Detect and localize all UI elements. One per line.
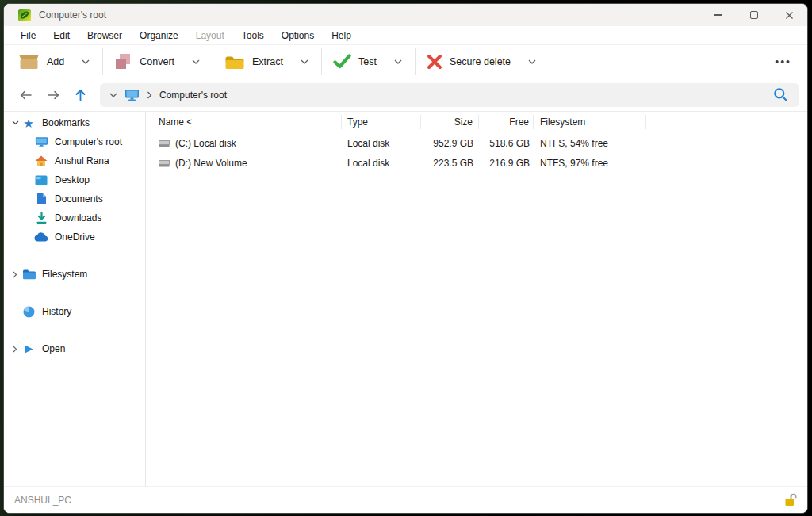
secure-delete-dropdown-button[interactable]	[519, 55, 546, 69]
drive-free: 216.9 GB	[489, 158, 530, 169]
convert-button-label: Convert	[140, 56, 174, 67]
peazip-leaf-icon	[18, 9, 31, 21]
convert-button[interactable]: Convert	[106, 48, 182, 75]
sidebar-item-anshul-rana[interactable]: Anshul Rana	[4, 151, 145, 170]
chevron-down-icon	[528, 59, 536, 64]
chevron-collapsed-icon[interactable]	[9, 271, 21, 278]
table-row-d-drive[interactable]: (D:) New Volume Local disk 223.5 GB 216.…	[146, 154, 807, 172]
more-tools-button[interactable]: •••	[775, 55, 791, 68]
close-button[interactable]	[772, 4, 807, 26]
sidebar-item-history[interactable]: History	[4, 302, 145, 321]
drive-name: (C:) Local disk	[175, 138, 236, 149]
toolbar-separator	[213, 48, 213, 75]
sidebar-item-computers-root[interactable]: Computer's root	[4, 132, 145, 151]
chevron-down-icon	[82, 59, 90, 64]
archive-box-icon	[18, 53, 40, 70]
menu-item-organize[interactable]: Organize	[131, 28, 187, 44]
toolbar: Add Convert	[4, 45, 807, 78]
close-icon	[785, 11, 794, 20]
sidebar-item-label: History	[42, 306, 71, 317]
extract-button[interactable]: Extract	[216, 50, 291, 74]
convert-dropdown-button[interactable]	[182, 55, 209, 69]
computer-name: ANSHUL_PC	[14, 495, 71, 506]
cloud-icon	[34, 232, 48, 242]
sidebar-item-label: Documents	[55, 193, 103, 204]
history-pie-icon	[21, 306, 36, 318]
sidebar-item-label: Desktop	[55, 174, 90, 185]
toolbar-separator	[415, 48, 416, 75]
sidebar-item-onedrive[interactable]: OneDrive	[4, 227, 145, 247]
test-button[interactable]: Test	[325, 50, 385, 73]
column-header-label: Filesystem	[540, 117, 585, 128]
maximize-button[interactable]	[736, 4, 772, 26]
app-window: Computer's root File Edit Browser Organi…	[3, 3, 808, 514]
column-header-label: Size	[454, 117, 473, 128]
sidebar-item-label: Downloads	[55, 212, 102, 224]
column-header-filesystem[interactable]: Filesystem	[534, 115, 646, 129]
menu-item-file[interactable]: File	[12, 28, 44, 44]
sidebar-item-label: Anshul Rana	[55, 155, 109, 166]
convert-squares-icon	[114, 52, 132, 71]
extract-button-label: Extract	[252, 56, 283, 67]
sidebar-spacer	[4, 321, 145, 339]
minimize-icon	[714, 14, 722, 16]
chevron-down-icon	[394, 59, 402, 64]
forward-button[interactable]	[40, 86, 67, 104]
extract-dropdown-button[interactable]	[291, 55, 318, 69]
add-button[interactable]: Add	[10, 49, 72, 74]
column-header-free[interactable]: Free	[479, 115, 534, 129]
menu-item-help[interactable]: Help	[323, 28, 360, 44]
up-button[interactable]	[67, 86, 94, 105]
monitor-icon	[34, 136, 48, 148]
add-dropdown-button[interactable]	[72, 55, 99, 69]
toolbar-separator	[102, 48, 103, 75]
breadcrumb-path[interactable]: Computer's root	[159, 90, 227, 101]
search-icon	[773, 87, 788, 102]
extract-folder-icon	[224, 54, 245, 70]
search-button[interactable]	[772, 86, 790, 104]
toolbar-separator	[321, 48, 322, 75]
home-icon	[34, 155, 48, 167]
menu-item-layout: Layout	[187, 28, 233, 44]
column-header-name[interactable]: Name <	[146, 115, 342, 129]
chevron-collapsed-icon[interactable]	[9, 346, 21, 353]
unlocked-padlock-icon[interactable]	[784, 493, 797, 506]
add-button-label: Add	[47, 56, 64, 67]
sidebar-tree: ★ Bookmarks Computer's root	[4, 112, 146, 486]
sidebar-item-filesystem[interactable]: Filesystem	[4, 265, 145, 284]
menu-item-tools[interactable]: Tools	[233, 28, 273, 44]
desktop-icon	[34, 175, 48, 185]
title-bar: Computer's root	[4, 4, 807, 26]
menu-item-edit[interactable]: Edit	[44, 28, 79, 44]
document-icon	[34, 193, 48, 205]
sidebar-item-downloads[interactable]: Downloads	[4, 208, 145, 227]
table-row-c-drive[interactable]: (C:) Local disk Local disk 952.9 GB 518.…	[146, 134, 807, 152]
secure-delete-button[interactable]: Secure delete	[419, 50, 519, 74]
drive-type: Local disk	[347, 158, 389, 169]
sidebar-item-bookmarks[interactable]: ★ Bookmarks	[4, 113, 145, 132]
minimize-button[interactable]	[700, 4, 736, 26]
column-header-size[interactable]: Size	[421, 115, 479, 129]
chevron-down-icon	[192, 59, 200, 64]
sidebar-item-label: Bookmarks	[42, 117, 90, 128]
address-bar[interactable]: Computer's root	[100, 83, 799, 107]
breadcrumb-chevron-icon	[147, 91, 152, 99]
column-header-label: Name <	[159, 117, 192, 128]
column-header-type[interactable]: Type	[342, 115, 421, 129]
file-list: Name < Type Size Free Filesystem (C:) Lo…	[146, 112, 807, 486]
sidebar-item-open[interactable]: Open	[4, 339, 145, 358]
drive-size: 952.9 GB	[433, 138, 473, 149]
chevron-expanded-icon[interactable]	[9, 120, 21, 125]
menu-item-options[interactable]: Options	[273, 28, 323, 44]
address-chevron-down-icon[interactable]	[109, 93, 117, 97]
sidebar-item-documents[interactable]: Documents	[4, 189, 145, 208]
test-dropdown-button[interactable]	[385, 55, 412, 69]
menu-item-browser[interactable]: Browser	[79, 28, 131, 44]
sidebar-item-desktop[interactable]: Desktop	[4, 170, 145, 189]
back-button[interactable]	[12, 86, 40, 104]
drive-icon	[159, 159, 170, 168]
monitor-icon	[124, 89, 140, 101]
open-triangle-icon	[21, 344, 36, 354]
column-header-label: Type	[347, 117, 368, 128]
back-arrow-icon	[19, 90, 33, 101]
